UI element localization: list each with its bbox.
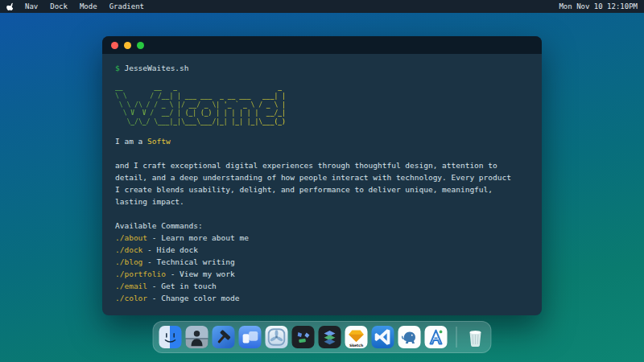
layers-app-icon[interactable] xyxy=(319,326,341,348)
command-row: ./email - Get in touch xyxy=(115,280,529,292)
command-blog[interactable]: ./blog xyxy=(115,257,142,266)
vscode-icon[interactable] xyxy=(372,326,394,348)
terminal-window: $ JesseWaites.sh __ __ _ _ \ \ / /__| | … xyxy=(102,36,542,315)
bio-line: detail, and a deep understanding of how … xyxy=(115,171,529,183)
command-row: ./dock - Hide dock xyxy=(115,244,529,256)
command-portfolio[interactable]: ./portfolio xyxy=(115,269,166,278)
terminal-content[interactable]: $ JesseWaites.sh __ __ _ _ \ \ / /__| | … xyxy=(102,54,542,304)
bio-paragraph: and I craft exceptional digital experien… xyxy=(115,159,529,208)
desktop: Nav Dock Mode Gradient Mon Nov 10 12:10P… xyxy=(0,0,644,362)
typed-text: Softw xyxy=(147,137,171,146)
profile-photo-icon[interactable] xyxy=(186,326,208,348)
dock: Sketch xyxy=(153,321,492,353)
apple-menu-icon[interactable] xyxy=(6,2,15,11)
script-name: JesseWaites.sh xyxy=(124,64,188,72)
prompt-line: $ JesseWaites.sh xyxy=(115,62,529,74)
command-desc: - View my work xyxy=(166,269,235,278)
zoom-button[interactable] xyxy=(137,42,144,49)
command-list: ./about - Learn more about me ./dock - H… xyxy=(115,232,529,304)
windows-app-icon[interactable] xyxy=(239,326,262,348)
postgres-icon[interactable] xyxy=(398,326,421,348)
finder-icon[interactable] xyxy=(159,326,182,348)
trash-icon[interactable] xyxy=(466,326,485,348)
bio-line: lasting impact. xyxy=(115,195,529,208)
command-desc: - Learn more about me xyxy=(147,233,249,242)
xcode-icon[interactable] xyxy=(425,326,448,348)
command-row: ./portfolio - View my work xyxy=(115,268,529,280)
command-row: ./blog - Technical writing xyxy=(115,256,529,268)
menu-item-nav[interactable]: Nav xyxy=(25,2,38,10)
intro-line: I am a Softw xyxy=(115,135,529,147)
menu-item-dock[interactable]: Dock xyxy=(50,2,68,10)
menu-bar: Nav Dock Mode Gradient Mon Nov 10 12:10P… xyxy=(0,0,644,13)
menu-item-mode[interactable]: Mode xyxy=(80,2,97,10)
command-color[interactable]: ./color xyxy=(115,294,147,302)
command-desc: - Technical writing xyxy=(142,257,234,266)
command-about[interactable]: ./about xyxy=(115,233,147,242)
command-row: ./about - Learn more about me xyxy=(115,232,529,244)
terminal-titlebar[interactable] xyxy=(102,36,542,54)
sketch-icon[interactable]: Sketch xyxy=(345,326,368,348)
bio-line: I create blends usability, delight, and … xyxy=(115,183,529,195)
propeller-app-icon[interactable] xyxy=(266,326,288,348)
command-desc: - Hide dock xyxy=(142,245,198,254)
menubar-clock[interactable]: Mon Nov 10 12:10PM xyxy=(559,2,638,10)
shapes-app-icon[interactable] xyxy=(292,326,315,348)
welcome-ascii-banner: __ __ _ _ \ \ / /__| | ___ ___ _ __ ___ … xyxy=(115,84,529,127)
commands-title: Available Commands: xyxy=(115,220,529,232)
prompt-symbol: $ xyxy=(115,64,124,72)
dock-divider xyxy=(456,327,457,348)
command-desc: - Get in touch xyxy=(147,282,217,290)
command-desc: - Change color mode xyxy=(147,294,239,302)
sketch-label: Sketch xyxy=(345,343,368,348)
minimize-button[interactable] xyxy=(124,42,131,49)
hammer-app-icon[interactable] xyxy=(213,326,235,348)
bio-line: and I craft exceptional digital experien… xyxy=(115,159,529,171)
command-dock[interactable]: ./dock xyxy=(115,245,142,254)
command-row: ./color - Change color mode xyxy=(115,292,529,304)
close-button[interactable] xyxy=(111,42,118,49)
menu-item-gradient[interactable]: Gradient xyxy=(109,2,144,10)
command-email[interactable]: ./email xyxy=(115,282,147,290)
